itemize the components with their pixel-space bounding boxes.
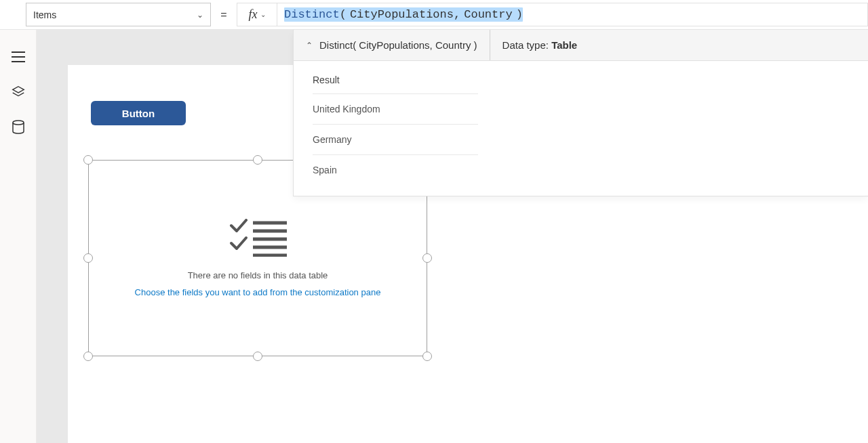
datatable-empty-link[interactable]: Choose the fields you want to add from t… xyxy=(135,287,381,297)
tree-view-icon[interactable] xyxy=(10,84,26,100)
result-row: Germany xyxy=(313,124,478,154)
property-selector[interactable]: Items ⌄ xyxy=(26,3,211,26)
chevron-down-icon: ⌄ xyxy=(260,11,266,18)
formula-bar: Items ⌄ = fx ⌄ Distinct(CityPopulations,… xyxy=(0,0,868,30)
chevron-up-icon: ⌃ xyxy=(306,41,313,50)
data-icon[interactable] xyxy=(10,119,26,135)
formula-input[interactable]: Distinct(CityPopulations,Country) xyxy=(277,3,868,26)
left-rail xyxy=(0,30,37,443)
formula-token-comma: , xyxy=(454,8,460,21)
formula-token-paren: ) xyxy=(516,8,523,21)
result-column-header: Result xyxy=(313,66,478,93)
formula-preview-header: ⌃ Distinct( CityPopulations, Country ) D… xyxy=(294,30,868,61)
fx-icon: fx xyxy=(249,7,258,22)
formula-signature-text: Distinct( CityPopulations, Country ) xyxy=(319,39,477,51)
formula-preview-panel: ⌃ Distinct( CityPopulations, Country ) D… xyxy=(293,30,868,196)
button-control-label: Button xyxy=(122,108,155,119)
datatable-empty-line1: There are no fields in this data table xyxy=(188,270,328,280)
hamburger-icon[interactable] xyxy=(10,49,26,65)
formula-token-paren: ( xyxy=(340,8,347,21)
formula-highlight: Distinct(CityPopulations,Country) xyxy=(284,7,523,22)
equals-sign: = xyxy=(211,9,237,21)
formula-token-arg2: Country xyxy=(464,8,512,21)
button-control[interactable]: Button xyxy=(91,101,186,125)
formula-signature[interactable]: ⌃ Distinct( CityPopulations, Country ) xyxy=(294,30,490,60)
svg-point-3 xyxy=(13,121,24,125)
formula-token-arg1: CityPopulations xyxy=(350,8,454,21)
formula-token-fn: Distinct xyxy=(284,8,340,21)
chevron-down-icon: ⌄ xyxy=(197,10,203,20)
fx-button[interactable]: fx ⌄ xyxy=(237,3,277,26)
property-selector-value: Items xyxy=(33,9,56,20)
result-row: Spain xyxy=(313,154,478,185)
checklist-icon xyxy=(229,219,287,259)
formula-preview-body: Result United Kingdom Germany Spain xyxy=(294,61,497,196)
datatype-label: Data type: Table xyxy=(490,39,590,51)
result-row: United Kingdom xyxy=(313,93,478,124)
